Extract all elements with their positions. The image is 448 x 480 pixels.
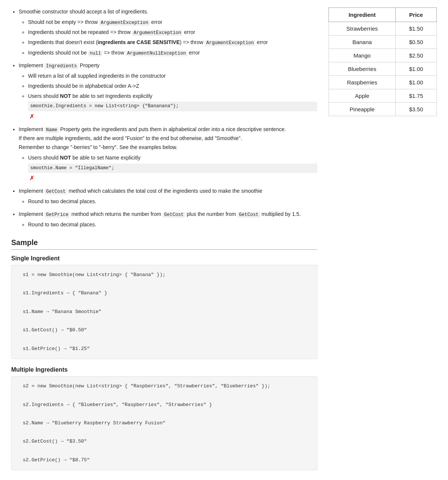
sample-title: Sample xyxy=(11,238,317,250)
table-row: Apple$1.75 xyxy=(329,89,437,103)
code-line-s2-3: s2.Name → "Blueberry Raspberry Strawberr… xyxy=(23,419,306,428)
bullet-3: Implement Name Property gets the ingredi… xyxy=(19,125,317,183)
bullet-1: Smoothie constructor should accept a lis… xyxy=(19,7,317,58)
ingredient-price: $2.50 xyxy=(395,49,436,62)
multiple-ingredients-title: Multiple Ingredients xyxy=(11,366,317,373)
table-row: Strawberries$1.50 xyxy=(329,22,437,35)
ingredient-name: Blueberries xyxy=(329,62,396,76)
single-ingredient-code: s1 = new Smoothie(new List<string> { "Ba… xyxy=(11,265,317,359)
code-getprice: GetPrice xyxy=(44,212,70,218)
code-line-s2-blank4 xyxy=(23,446,306,456)
code-line-s1-5: s1.GetPrice() → "$1.25" xyxy=(23,344,306,354)
single-ingredient-title: Single Ingredient xyxy=(11,255,317,262)
table-row: Banana$0.50 xyxy=(329,35,437,49)
sub-5-1: Round to two decimal places. xyxy=(28,220,317,229)
ingredient-name: Mango xyxy=(329,49,396,62)
bullet-3-line2: If there are multiple ingredients, add t… xyxy=(19,135,242,141)
code-name-prop: Name xyxy=(44,127,59,133)
ingredient-price: $1.00 xyxy=(395,62,436,76)
bullet-5-subs: Round to two decimal places. xyxy=(19,220,317,229)
table-body: Strawberries$1.50Banana$0.50Mango$2.50Bl… xyxy=(329,22,437,116)
bullet-2: Implement Ingredients Property Will retu… xyxy=(19,61,317,121)
code-line-s2-4: s2.GetCost() → "$3.50" xyxy=(23,437,306,446)
table-header-row: Ingredient Price xyxy=(329,8,437,22)
code-line-s2-2: s2.Ingredients → { "Blueberries", "Raspb… xyxy=(23,400,306,410)
code-name-set: smoothie.Name = "IllegalName"; xyxy=(28,164,317,173)
table-row: Pineapple$3.50 xyxy=(329,103,437,116)
ingredient-name: Apple xyxy=(329,89,396,103)
sample-section: Sample Single Ingredient s1 = new Smooth… xyxy=(11,238,317,470)
code-getcost: GetCost xyxy=(44,189,67,195)
ingredient-price: $1.75 xyxy=(395,89,436,103)
table-row: Blueberries$1.00 xyxy=(329,62,437,76)
sub-3-1: Users should NOT be able to set Name exp… xyxy=(28,154,317,183)
bullet-4: Implement GetCost method which calculate… xyxy=(19,187,317,206)
code-argumentnullexception: ArgumentNullException xyxy=(125,50,187,56)
table-row: Raspberries$1.00 xyxy=(329,76,437,89)
bullet-4-subs: Round to two decimal places. xyxy=(19,197,317,206)
code-ingredients-prop: Ingredients xyxy=(44,63,78,69)
col-header-ingredient: Ingredient xyxy=(329,8,396,22)
x-mark-1: ✗ xyxy=(29,113,34,120)
ingredient-name: Banana xyxy=(329,35,396,49)
not-bold-2: NOT xyxy=(60,93,71,99)
col-header-price: Price xyxy=(395,8,436,22)
multiple-ingredients-code: s2 = new Smoothie(new List<string> { "Ra… xyxy=(11,376,317,470)
code-line-s1-3: s1.Name → "Banana Smoothie" xyxy=(23,307,306,317)
main-bullets: Smoothie constructor should accept a lis… xyxy=(11,7,317,229)
bullet-1-text: Smoothie constructor should accept a lis… xyxy=(19,9,148,15)
ingredient-price: $0.50 xyxy=(395,35,436,49)
code-line-s2-blank3 xyxy=(23,428,306,437)
ingredient-price: $1.00 xyxy=(395,76,436,89)
ingredient-name: Pineapple xyxy=(329,103,396,116)
ingredient-name: Strawberries xyxy=(329,22,396,35)
code-getcost-ref1: GetCost xyxy=(163,212,186,218)
sub-1-1: Should not be empty => throw ArgumentExc… xyxy=(28,18,317,27)
code-line-s1-blank2 xyxy=(23,298,306,307)
code-null: null xyxy=(88,50,102,56)
sub-4-1: Round to two decimal places. xyxy=(28,197,317,206)
sub-2-1: Will return a list of all supplied ingre… xyxy=(28,72,317,81)
code-line-s1-2: s1.Ingredients → { "Banana" } xyxy=(23,289,306,298)
ingredient-price: $1.50 xyxy=(395,22,436,35)
sub-1-4: Ingredients should not be null => throw … xyxy=(28,49,317,58)
sub-1-3: Ingredients that doesn't exist (ingredie… xyxy=(28,38,317,47)
code-getcost-ref2: GetCost xyxy=(237,212,260,218)
code-line-s2-1: s2 = new Smoothie(new List<string> { "Ra… xyxy=(23,382,306,391)
case-sensitive-bold: ingredients are CASE SENSITIVE xyxy=(97,39,180,45)
x-mark-2: ✗ xyxy=(29,175,34,181)
bullet-3-subs: Users should NOT be able to set Name exp… xyxy=(19,154,317,183)
sub-1-2: Ingredients should not be repeated => th… xyxy=(28,28,317,37)
code-line-s2-blank1 xyxy=(23,391,306,400)
left-column: Smoothie constructor should accept a lis… xyxy=(11,7,317,478)
code-line-s1-blank3 xyxy=(23,316,306,326)
code-line-s1-blank4 xyxy=(23,335,306,344)
code-line-s2-blank2 xyxy=(23,409,306,419)
code-ingredients-set: smoothie.Ingredients = new List<string> … xyxy=(28,102,317,111)
code-line-s2-5: s2.GetPrice() → "$8.75" xyxy=(23,456,306,465)
code-argumentexception-1: ArgumentException xyxy=(99,20,150,26)
bullet-2-subs: Will return a list of all supplied ingre… xyxy=(19,72,317,121)
not-bold-3: NOT xyxy=(60,155,71,161)
bullet-3-line3: Remember to change "-berries" to "-berry… xyxy=(19,144,177,150)
code-line-s1-4: s1.GetCost() → "$0.50" xyxy=(23,326,306,335)
code-argumentexception-2: ArgumentException xyxy=(132,30,183,36)
main-layout: Smoothie constructor should accept a lis… xyxy=(11,7,437,478)
code-argumentexception-3: ArgumentException xyxy=(205,40,255,46)
table-row: Mango$2.50 xyxy=(329,49,437,62)
ingredient-price: $3.50 xyxy=(395,103,436,116)
bullet-5: Implement GetPrice method which returns … xyxy=(19,210,317,229)
ingredient-name: Raspberries xyxy=(329,76,396,89)
code-line-s1-blank1 xyxy=(23,280,306,289)
ingredient-table: Ingredient Price Strawberries$1.50Banana… xyxy=(329,7,437,116)
code-line-s1-1: s1 = new Smoothie(new List<string> { "Ba… xyxy=(23,270,306,280)
right-column: Ingredient Price Strawberries$1.50Banana… xyxy=(329,7,437,116)
bullet-1-subs: Should not be empty => throw ArgumentExc… xyxy=(19,18,317,58)
sub-2-2: Ingredients should be in alphabetical or… xyxy=(28,82,317,91)
sub-2-3: Users should NOT be able to set Ingredie… xyxy=(28,92,317,121)
